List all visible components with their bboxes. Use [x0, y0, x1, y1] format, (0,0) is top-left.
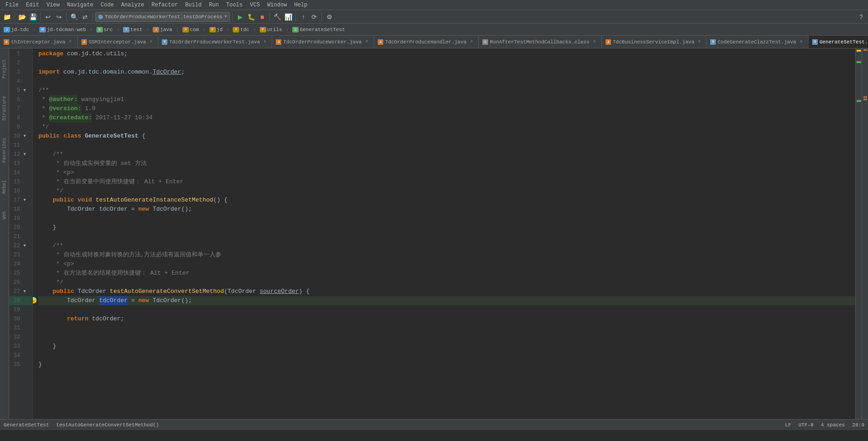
- tab-close-2[interactable]: ×: [148, 39, 154, 45]
- menu-edit[interactable]: Edit: [22, 0, 43, 10]
- bc-sep1: ›: [33, 27, 36, 32]
- menu-build[interactable]: Build: [182, 0, 205, 10]
- tab-close-4[interactable]: ×: [364, 39, 370, 45]
- toolbar-find[interactable]: 🔍: [69, 12, 79, 22]
- tab-close-6[interactable]: ×: [591, 39, 598, 45]
- kw-public-27: public: [53, 287, 74, 296]
- code-editor[interactable]: package com.jd.tdc.utils; import com.jd.…: [33, 48, 855, 419]
- bc-src[interactable]: S src: [95, 26, 115, 33]
- toolbar: 📁 📂 💾 ↩ ↪ 🔍 ⇄ TdcOrderProduceWorkerTest.…: [0, 10, 868, 24]
- ln-num-14: 14: [9, 170, 22, 176]
- ln-fold-5[interactable]: ▼: [22, 88, 27, 93]
- tab-tdcorderproducehandler[interactable]: J TdcOrderProduceHandler.java ×: [374, 36, 479, 48]
- tab-close-1[interactable]: ×: [67, 39, 74, 45]
- menu-navigate[interactable]: Navigate: [63, 0, 97, 10]
- tab-label-5: TdcOrderProduceHandler.java: [385, 39, 466, 45]
- tag-version: @version:: [49, 104, 81, 113]
- ln-fold-12[interactable]: ▼: [22, 152, 27, 157]
- bc-jd-tdc[interactable]: J jd-tdc: [2, 26, 31, 33]
- ln-fold-27[interactable]: ▼: [22, 289, 27, 294]
- toolbar-save[interactable]: 💾: [28, 12, 38, 22]
- vtab-rebel[interactable]: Rebel: [1, 178, 8, 196]
- tab-label-8: CodeGenerateClazzTest.java: [718, 39, 796, 45]
- bc-java[interactable]: J java: [151, 26, 174, 33]
- toolbar-update-btn[interactable]: ⟳: [309, 12, 319, 22]
- bc-utils[interactable]: P utils: [258, 26, 284, 33]
- ln-28: 28: [9, 296, 32, 305]
- toolbar-coverage-btn[interactable]: 📊: [283, 12, 293, 22]
- menu-refactor[interactable]: Refactor: [148, 0, 182, 10]
- toolbar-new-project[interactable]: 📁: [2, 12, 12, 22]
- ln-fold-22[interactable]: ▼: [22, 244, 27, 248]
- ln-15: 15: [9, 177, 32, 186]
- ln-13: 13: [9, 159, 32, 168]
- menu-file[interactable]: File: [2, 0, 22, 10]
- ln-fold-17[interactable]: ▼: [22, 198, 27, 202]
- bc-jd-tdcman-web[interactable]: M jd-tdcman-web: [38, 26, 88, 33]
- ln-num-9: 9: [9, 124, 22, 130]
- vtab-web[interactable]: Web: [1, 209, 8, 221]
- tab-close-3[interactable]: ×: [262, 39, 268, 45]
- toolbar-vcs-btn[interactable]: ↑: [298, 12, 308, 22]
- var-tdcorder-18: tdcOrder: [99, 205, 128, 214]
- tab-runaftertestmethodcallbacks[interactable]: C RunAfterTestMethodCallbacks.class ×: [479, 36, 602, 48]
- tab-tdcorderproduceworker[interactable]: J TdcOrderProduceWorker.java ×: [272, 36, 374, 48]
- menu-help[interactable]: Help: [290, 0, 311, 10]
- toolbar-undo[interactable]: ↩: [43, 12, 53, 22]
- ln-num-18: 18: [9, 206, 22, 213]
- vtab-structure[interactable]: Structure: [1, 94, 8, 122]
- vtab-favorites[interactable]: Favorites: [1, 136, 8, 165]
- menu-tools[interactable]: Tools: [223, 0, 246, 10]
- menu-code[interactable]: Code: [97, 0, 118, 10]
- ln-num-4: 4: [9, 78, 22, 85]
- toolbar-open[interactable]: 📂: [17, 12, 27, 22]
- menu-analyze[interactable]: Analyze: [118, 0, 148, 10]
- tab-tdcorderproduceworkertest[interactable]: T TdcOrderProduceWorkerTest.java ×: [158, 36, 272, 48]
- bc-test[interactable]: T test: [121, 26, 144, 33]
- tab-close-8[interactable]: ×: [798, 39, 804, 45]
- toolbar-replace[interactable]: ⇄: [80, 12, 90, 22]
- toolbar-help-btn[interactable]: ?: [856, 12, 866, 22]
- toolbar-run-btn[interactable]: ▶: [235, 12, 245, 22]
- vtab-project[interactable]: Project: [1, 58, 8, 80]
- bc-sep8: ›: [253, 27, 256, 32]
- code-line-23: * 自动生成转换对象转换的方法,方法必须有返回值和单一入参: [38, 250, 855, 260]
- bc-com[interactable]: P com: [181, 26, 201, 33]
- comment-8a: *: [38, 113, 49, 122]
- bc-test-label: test: [130, 27, 142, 32]
- ln-num-28: 28: [9, 298, 22, 304]
- tab-codegenerateclazztest[interactable]: T CodeGenerateClazzTest.java ×: [707, 36, 809, 48]
- tab-ssminterceptor[interactable]: J SSMInterceptor.java ×: [78, 36, 158, 48]
- tab-tdcbusinessserviceimpl[interactable]: J TdcBusinessServiceImpl.java ×: [602, 36, 707, 48]
- menu-vcs[interactable]: VCS: [246, 0, 264, 10]
- tab-close-5[interactable]: ×: [468, 39, 475, 45]
- menu-window[interactable]: Window: [263, 0, 290, 10]
- menu-view[interactable]: View: [43, 0, 64, 10]
- bc-jd[interactable]: P jd: [208, 26, 225, 33]
- tab-close-7[interactable]: ×: [696, 39, 702, 45]
- code-line-2: [38, 58, 855, 68]
- classname-generatesettest: GenerateSetTest: [85, 132, 138, 141]
- bc-tdc-icon: P: [233, 27, 239, 32]
- tab-generatesettest[interactable]: T GenerateSetTest.java ×: [809, 36, 868, 48]
- kw-import: import: [38, 68, 60, 77]
- toolbar-debug-btn[interactable]: 🐛: [246, 12, 256, 22]
- toolbar-build-btn[interactable]: 🔨: [272, 12, 282, 22]
- ln-32: 32: [9, 333, 32, 342]
- code-line-8: * @createdate: 2017-11-27 10:34: [38, 113, 855, 122]
- code-line-17: public void testAutoGenerateInstanceSetM…: [38, 196, 855, 205]
- menu-run[interactable]: Run: [205, 0, 223, 10]
- kw-public-17: public: [53, 196, 74, 205]
- status-lf-label: LF: [785, 422, 791, 428]
- run-config-selector[interactable]: TdcOrderProduceWorkerTest.testDoProcess …: [95, 12, 230, 22]
- ln-24: 24: [9, 260, 32, 269]
- lightbulb-icon[interactable]: 💡: [33, 297, 37, 303]
- toolbar-redo[interactable]: ↪: [54, 12, 64, 22]
- ln-fold-10[interactable]: ▼: [22, 134, 27, 138]
- toolbar-stop-btn[interactable]: ■: [257, 12, 267, 22]
- bc-generatesettest[interactable]: C GenerateSetTest: [290, 26, 347, 33]
- tab-thinterceptor[interactable]: J thInterceptor.java ×: [0, 36, 78, 48]
- toolbar-settings-btn[interactable]: ⚙: [324, 12, 334, 22]
- ln-num-33: 33: [9, 343, 22, 350]
- bc-tdc[interactable]: P tdc: [231, 26, 251, 33]
